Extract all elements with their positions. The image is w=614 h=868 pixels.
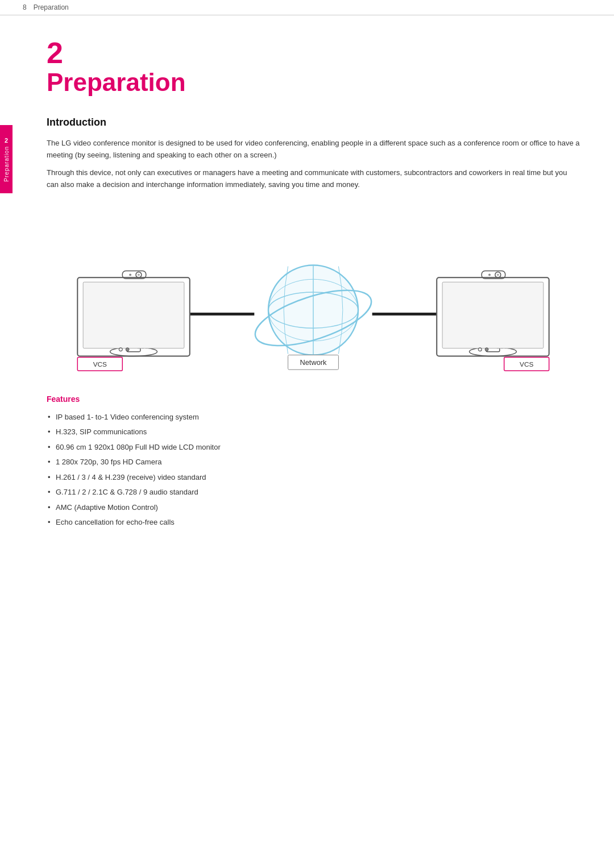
page-number: 8 [23, 3, 27, 11]
svg-point-19 [485, 347, 488, 351]
feature-item: Echo cancellation for echo-free calls [47, 517, 580, 528]
svg-text:VCS: VCS [93, 360, 107, 368]
feature-item: 1 280x 720p, 30 fps HD Camera [47, 456, 580, 468]
svg-point-9 [129, 273, 131, 276]
svg-text:Network: Network [300, 358, 327, 367]
intro-paragraph-2: Through this device, not only can execut… [47, 167, 580, 191]
svg-point-34 [269, 265, 358, 354]
feature-item: AMC (Adaptive Motion Control) [47, 502, 580, 513]
header-section-label: Preparation [34, 3, 69, 11]
feature-item: G.711 / 2 / 2.1C & G.728 / 9 audio stand… [47, 487, 580, 498]
main-content: 2 Preparation Introduction The LG video … [13, 15, 614, 555]
features-list: IP based 1- to-1 Video conferencing syst… [47, 412, 580, 528]
top-header: 8 Preparation [0, 0, 614, 15]
feature-item: IP based 1- to-1 Video conferencing syst… [47, 412, 580, 423]
svg-rect-17 [442, 282, 544, 348]
svg-text:VCS: VCS [520, 360, 533, 368]
svg-point-11 [138, 273, 140, 276]
side-tab-number: 2 [5, 137, 8, 144]
feature-item: 60.96 cm 1 920x1 080p Full HD wide LCD m… [47, 442, 580, 453]
diagram-svg: VCS VCS [47, 209, 580, 374]
svg-point-25 [497, 273, 499, 276]
intro-paragraph-1: The LG video conference monitor is desig… [47, 138, 580, 161]
diagram-container: VCS VCS [47, 209, 580, 374]
chapter-title: Preparation [47, 69, 580, 96]
chapter-number: 2 [47, 38, 580, 68]
introduction-heading: Introduction [47, 117, 580, 128]
feature-item: H.261 / 3 / 4 & H.239 (receive) video st… [47, 472, 580, 483]
svg-rect-3 [83, 282, 184, 348]
svg-point-23 [488, 273, 491, 276]
svg-point-5 [126, 347, 129, 351]
feature-item: H.323, SIP communications [47, 426, 580, 438]
side-tab: 2 Preparation [0, 125, 13, 193]
features-heading: Features [47, 394, 580, 404]
side-tab-label: Preparation [3, 146, 10, 182]
